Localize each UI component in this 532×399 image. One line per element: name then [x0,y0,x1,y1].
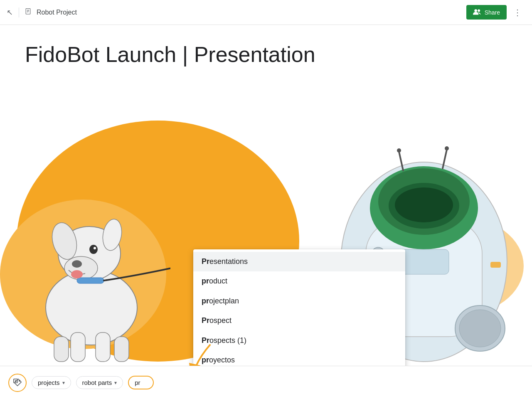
slide-title: FidoBot Launch | Presentation [25,42,315,67]
svg-point-24 [71,270,83,278]
autocomplete-item-product[interactable]: product [193,271,405,291]
autocomplete-item-presentations[interactable]: Presentations [193,252,405,271]
back-icon[interactable]: ↖ [7,8,13,17]
svg-point-32 [397,148,401,153]
share-people-icon [473,8,481,16]
svg-point-16 [94,247,96,249]
autocomplete-item-prospects[interactable]: Prospects (1) [193,331,405,350]
svg-point-15 [89,245,98,254]
autocomplete-rest-text: esentations [209,257,248,266]
autocomplete-rest-text: ojectplan [209,297,239,305]
svg-point-38 [459,310,501,347]
autocomplete-match-text: pr [202,356,209,364]
tag-icon-button[interactable] [8,374,27,392]
robot-parts-chip-label: robot parts [82,379,112,386]
svg-point-4 [474,9,477,12]
autocomplete-match-text: Pr [202,336,209,345]
svg-rect-23 [77,278,104,283]
main-content: FidoBot Launch | Presentation [0,25,532,366]
autocomplete-dropdown: Presentations product projectplan Prospe… [193,249,405,366]
autocomplete-rest-text: oyectos [209,356,235,364]
svg-rect-0 [26,8,30,14]
document-icon [25,8,32,17]
svg-point-5 [478,10,480,12]
project-title: Robot Project [37,9,77,16]
header-left: ↖ Robot Project [7,7,466,17]
svg-point-30 [395,187,453,222]
svg-rect-39 [399,249,449,274]
autocomplete-item-proyectos[interactable]: proyectos [193,350,405,366]
share-button[interactable]: Share [466,5,507,20]
more-options-button[interactable]: ⋮ [510,6,525,19]
svg-rect-20 [96,332,110,362]
tag-search-input[interactable] [135,379,147,386]
autocomplete-item-prospect[interactable]: Prospect [193,311,405,330]
svg-point-34 [445,146,449,150]
svg-rect-21 [54,337,69,362]
autocomplete-rest-text: ospects (1) [209,336,246,345]
share-label: Share [485,9,500,16]
autocomplete-match-text: pr [202,297,209,305]
dog-illustration [12,158,170,366]
autocomplete-match-text: pr [202,277,209,285]
autocomplete-rest-text: oduct [209,277,227,285]
svg-rect-22 [114,337,129,362]
svg-rect-41 [490,262,501,268]
robot-parts-chip[interactable]: robot parts ▾ [76,376,123,389]
header: ↖ Robot Project Share ⋮ [0,0,532,25]
autocomplete-item-projectplan[interactable]: projectplan [193,291,405,311]
svg-rect-19 [71,332,85,362]
tag-input-chip[interactable] [128,376,154,389]
autocomplete-match-text: Pr [202,257,209,266]
bottom-toolbar: projects ▾ robot parts ▾ [0,366,532,399]
autocomplete-rest-text: ospect [209,316,232,325]
svg-point-45 [19,380,20,381]
projects-chip-chevron: ▾ [62,380,65,386]
robot-parts-chip-chevron: ▾ [114,380,117,386]
header-divider [19,7,19,17]
slide-view: FidoBot Launch | Presentation [0,25,532,366]
projects-chip-label: projects [38,379,60,386]
header-right: Share ⋮ [466,5,525,20]
svg-point-14 [72,260,82,268]
autocomplete-match-text: Pr [202,316,209,325]
projects-chip[interactable]: projects ▾ [32,376,71,389]
